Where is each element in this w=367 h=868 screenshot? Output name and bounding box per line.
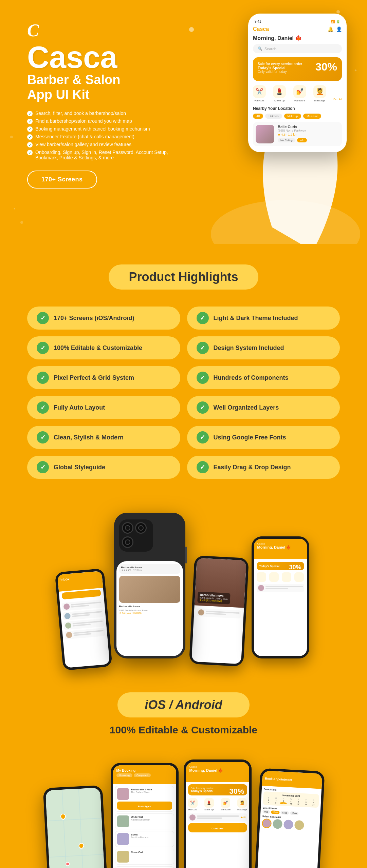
highlight-item: ✓ 100% Editable & Customizable (27, 336, 180, 359)
feature-item: Find a barbershop/salon around you with … (27, 118, 183, 124)
feature-item: Search, filter, and book a barbershop/sa… (27, 111, 183, 116)
bottom-phone-home2: Casca Morning, Daniel 🍁 Sale for every s… (184, 760, 252, 868)
highlight-item: ✓ Design System Included (187, 336, 340, 359)
camera-lens-3 (122, 536, 133, 548)
phone-filter-row: All Haircuts Make up Manicure (253, 114, 342, 119)
check-icon: ✓ (37, 431, 49, 443)
highlight-item: ✓ Hundreds of Components (187, 366, 340, 389)
phone-greeting: Morning, Daniel 🍁 (253, 35, 342, 41)
check-icon: ✓ (197, 342, 209, 354)
phone-special-card: Sale for every service order Today's Spe… (253, 57, 342, 81)
phone-salon-addr: (695) Norra Parkway (278, 129, 339, 132)
check-icon: ✓ (37, 342, 49, 354)
check-icon: ✓ (197, 312, 209, 324)
hero-section: C Casca Barber & Salon App UI Kit Search… (0, 0, 367, 244)
decor-dot (189, 27, 194, 32)
highlights-section: Product Highlights ✓ 170+ Screens (iOS/A… (0, 244, 367, 499)
camera-lens-1 (122, 522, 133, 534)
cta-button[interactable]: 170+ Screens (27, 171, 97, 189)
highlight-item: ✓ Pixel Perfect & Grid System (27, 366, 180, 389)
feature-item: View barber/salon gallery and review fea… (27, 142, 183, 147)
check-icon: ✓ (37, 401, 49, 414)
phone-side-button (185, 547, 187, 564)
check-icon: ✓ (37, 312, 49, 324)
phone-nearby-title: Nearby Your Location (253, 106, 342, 111)
phone-salon-name: Belle Curls (278, 125, 339, 129)
app-logo-letter: C (27, 20, 190, 40)
decor-dot (20, 221, 23, 224)
section-title: Product Highlights (109, 264, 259, 290)
bottom-phone-calendar: Book Appointment Select Date November 20… (253, 768, 325, 868)
phone-salon-card: Belle Curls (695) Norra Parkway ★ 4.6 · … (253, 122, 342, 146)
showcase-phone-inbox: Inbox (55, 568, 112, 671)
decor-dot (336, 10, 340, 14)
bottom-phone-map: Haircut Nearby Barber (43, 785, 109, 868)
camera-lens-2 (135, 522, 147, 534)
highlight-item: ✓ Easily Drag & Drop Design (187, 456, 340, 479)
phone-status-bar: 9:41 📶 🔋 (253, 20, 342, 23)
check-icon: ✓ (37, 372, 49, 384)
feature-item: Onboarding, Sign up, Sign in, Reset Pass… (27, 150, 183, 160)
check-icon: ✓ (197, 372, 209, 384)
highlight-item: ✓ Light & Dark Theme Included (187, 307, 340, 330)
phone-categories: ✂️ Haircuts 💄 Make up 💅 Manicure 💆 Massa… (253, 85, 342, 102)
check-icon: ✓ (197, 401, 209, 414)
highlight-item: ✓ Global Styleguide (27, 456, 180, 479)
showcase-phone-barber: Barbarella Inova 6993 Danielle Urban, Be… (189, 555, 249, 667)
phone-salon-rating: ★ 4.6 · 1.2 km (278, 133, 339, 136)
showcase-right-phones: Barbarella Inova 6993 Danielle Urban, Be… (192, 536, 309, 658)
platform-section: iOS / Android 100% Editable & Customizab… (0, 679, 367, 756)
hero-features-list: Search, filter, and book a barbershop/sa… (27, 111, 183, 160)
hero-phone-mockup: 9:41 📶 🔋 Casca 🔔 👤 Morning, Daniel 🍁 🔍 (248, 14, 347, 152)
feature-item: Messenger Feature (chat & calls manageme… (27, 134, 183, 140)
hero-subtitle: Barber & Salon App UI Kit (27, 73, 190, 102)
phone-salon-image (256, 125, 274, 143)
showcase-center-screen: Barbarella Inova ★★★★½ · 12.3 km Barbare… (116, 561, 183, 656)
check-icon: ✓ (197, 431, 209, 443)
platform-subtitle: 100% Editable & Customizable (27, 724, 340, 736)
highlight-item: ✓ Well Organized Layers (187, 396, 340, 419)
check-icon: ✓ (197, 461, 209, 473)
hero-phone-section: 9:41 📶 🔋 Casca 🔔 👤 Morning, Daniel 🍁 🔍 (204, 0, 367, 244)
check-icon: ✓ (37, 461, 49, 473)
phone-search-bar: 🔍 Search... (253, 44, 342, 53)
showcase-phone-home: Casca Morning, Daniel 🍁 Today's Special … (252, 536, 309, 658)
showcase-phone-center-dark: Barbarella Inova ★★★★½ · 12.3 km Barbare… (114, 513, 185, 658)
phone-app-header: Casca 🔔 👤 (253, 26, 342, 32)
highlight-item: ✓ Clean, Stylish & Modern (27, 426, 180, 449)
highlight-item: ✓ Fully Auto Layout (27, 396, 180, 419)
phone-discount: 30% (315, 61, 337, 73)
bottom-phones-showcase: Haircut Nearby Barber My Booking Upcomin… (0, 756, 367, 868)
highlights-grid: ✓ 170+ Screens (iOS/Android) ✓ Light & D… (27, 307, 340, 479)
platform-pill: iOS / Android (117, 692, 250, 717)
decor-dot (10, 136, 13, 138)
phone-app-name: Casca (253, 26, 269, 32)
app-title: Casca (27, 42, 190, 73)
feature-item: Booking management with cancel booking m… (27, 126, 183, 132)
bottom-phone-booking: My Booking Upcoming Completed Barbarella… (111, 763, 179, 868)
highlight-item: ✓ 170+ Screens (iOS/Android) (27, 307, 180, 330)
phones-showcase-section: Inbox (0, 499, 367, 679)
highlight-item: ✓ Using Google Free Fonts (187, 426, 340, 449)
camera-island (119, 519, 153, 552)
